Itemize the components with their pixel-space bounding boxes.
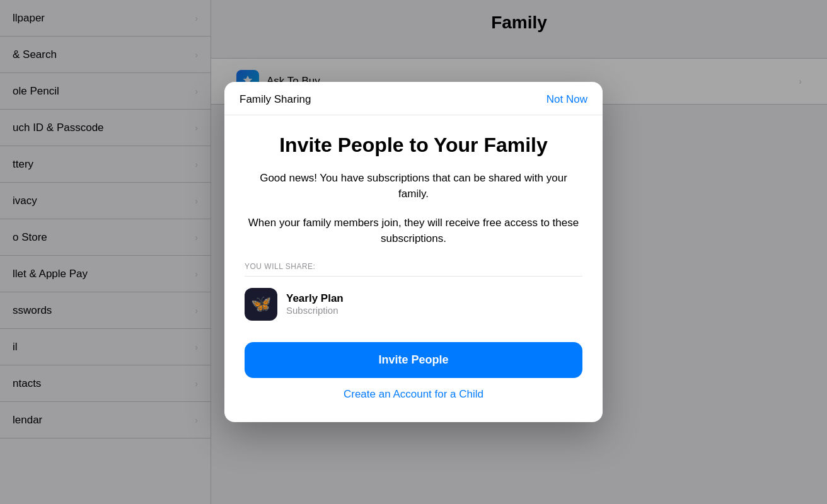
modal-body: Invite People to Your Family Good news! … [224,115,603,421]
subscription-name: Yearly Plan [286,292,344,305]
invite-people-button[interactable]: Invite People [245,342,582,378]
modal-header: Family Sharing Not Now [224,82,603,115]
family-sharing-modal: Family Sharing Not Now Invite People to … [224,82,603,421]
modal-description-1: Good news! You have subscriptions that c… [245,170,582,202]
modal-overlay: Family Sharing Not Now Invite People to … [0,0,827,504]
modal-header-title: Family Sharing [240,93,311,106]
subscription-row: 🦋 Yearly Plan Subscription [245,282,582,327]
not-now-button[interactable]: Not Now [547,93,587,106]
subscription-type: Subscription [286,305,344,316]
subscription-info: Yearly Plan Subscription [286,292,344,316]
modal-description-2: When your family members join, they will… [245,215,582,247]
yearly-plan-icon: 🦋 [245,288,277,321]
you-will-share-label: YOU WILL SHARE: [245,262,582,277]
create-account-for-child-button[interactable]: Create an Account for a Child [245,388,582,407]
modal-main-title: Invite People to Your Family [245,133,582,157]
